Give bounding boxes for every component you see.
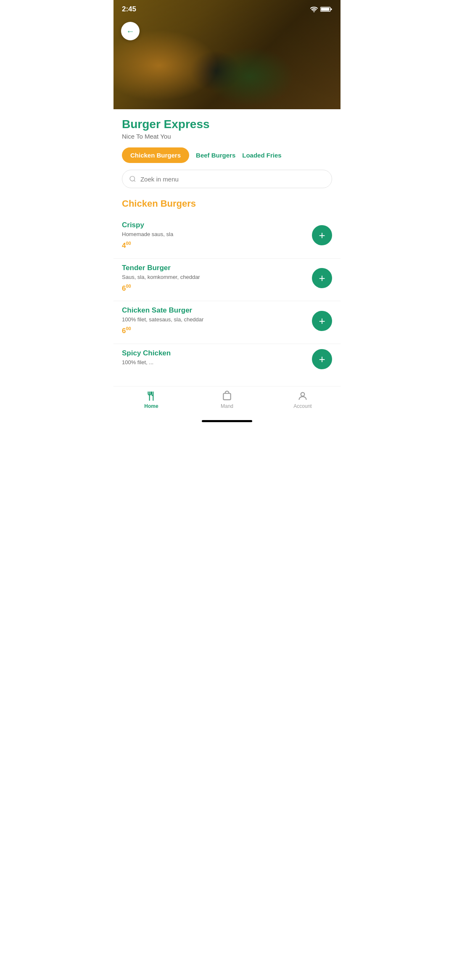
status-icons xyxy=(310,6,332,12)
partial-item-info: Spicy Chicken 100% filet, ... xyxy=(122,349,307,365)
plus-icon: + xyxy=(319,354,325,365)
section-heading: Chicken Burgers xyxy=(114,195,340,216)
back-button[interactable]: ← xyxy=(121,22,140,40)
add-item-button[interactable]: + xyxy=(312,268,332,288)
svg-line-4 xyxy=(134,180,135,181)
nav-label-mand: Mand xyxy=(221,403,233,409)
wifi-icon xyxy=(310,6,318,12)
bottom-nav: Home Mand Account xyxy=(114,386,340,418)
svg-point-3 xyxy=(130,176,135,181)
account-icon xyxy=(297,391,308,402)
partial-item-name: Spicy Chicken xyxy=(122,349,307,357)
cart-icon xyxy=(222,391,232,402)
search-container xyxy=(114,170,340,195)
menu-item-name: Tender Burger xyxy=(122,264,307,272)
menu-item-info: Crispy Homemade saus, sla 400 xyxy=(122,221,307,250)
tab-chicken-burgers[interactable]: Chicken Burgers xyxy=(122,147,189,163)
spacer xyxy=(114,369,340,386)
home-icon xyxy=(146,391,157,402)
nav-item-home[interactable]: Home xyxy=(114,391,189,409)
price-cents: 00 xyxy=(126,241,131,246)
menu-item-description: Homemade saus, sla xyxy=(122,231,307,237)
plus-icon: + xyxy=(319,315,325,326)
home-bar xyxy=(202,420,252,422)
menu-item-price: 600 xyxy=(122,326,307,335)
status-bar: 2:45 xyxy=(114,0,340,18)
restaurant-tagline: Nice To Meat You xyxy=(122,133,332,140)
svg-rect-9 xyxy=(223,393,230,399)
add-item-button[interactable]: + xyxy=(312,311,332,331)
menu-item: Chicken Sate Burger 100% filet, satesaus… xyxy=(114,301,340,344)
menu-item: Tender Burger Saus, sla, komkommer, ched… xyxy=(114,259,340,302)
battery-icon xyxy=(320,6,332,12)
menu-item-description: Saus, sla, komkommer, cheddar xyxy=(122,274,307,280)
category-tabs: Chicken Burgers Beef Burgers Loaded Frie… xyxy=(114,147,340,163)
search-input[interactable] xyxy=(140,176,325,183)
price-cents: 00 xyxy=(126,284,131,289)
menu-item-price: 600 xyxy=(122,284,307,293)
menu-item: Crispy Homemade saus, sla 400 + xyxy=(114,216,340,259)
home-indicator xyxy=(114,418,340,423)
nav-label-home: Home xyxy=(144,403,158,409)
svg-point-10 xyxy=(301,392,305,396)
menu-item-name: Chicken Sate Burger xyxy=(122,306,307,315)
price-cents: 00 xyxy=(126,326,131,331)
menu-item-info: Chicken Sate Burger 100% filet, satesaus… xyxy=(122,306,307,335)
status-time: 2:45 xyxy=(122,5,136,13)
back-arrow-icon: ← xyxy=(126,26,135,36)
add-item-button-partial[interactable]: + xyxy=(312,349,332,369)
nav-item-account[interactable]: Account xyxy=(265,391,340,409)
search-wrapper xyxy=(122,170,332,188)
menu-item-info: Tender Burger Saus, sla, komkommer, ched… xyxy=(122,264,307,293)
svg-rect-2 xyxy=(331,8,332,10)
search-icon xyxy=(129,175,136,183)
menu-item-price: 400 xyxy=(122,241,307,250)
tab-loaded-fries[interactable]: Loaded Fries xyxy=(242,152,281,159)
add-item-button[interactable]: + xyxy=(312,225,332,245)
restaurant-name: Burger Express xyxy=(122,118,332,131)
menu-item-partial: Spicy Chicken 100% filet, ... + xyxy=(114,344,340,369)
svg-rect-1 xyxy=(321,8,330,11)
nav-item-mand[interactable]: Mand xyxy=(189,391,265,409)
menu-list: Crispy Homemade saus, sla 400 + Tender B… xyxy=(114,216,340,369)
menu-item-name: Crispy xyxy=(122,221,307,229)
partial-item-description: 100% filet, ... xyxy=(122,359,256,365)
nav-label-account: Account xyxy=(293,403,311,409)
menu-item-description: 100% filet, satesaus, sla, cheddar xyxy=(122,316,307,323)
restaurant-info: Burger Express Nice To Meat You xyxy=(114,109,340,140)
plus-icon: + xyxy=(319,273,325,284)
tab-beef-burgers[interactable]: Beef Burgers xyxy=(196,152,235,159)
plus-icon: + xyxy=(319,230,325,241)
